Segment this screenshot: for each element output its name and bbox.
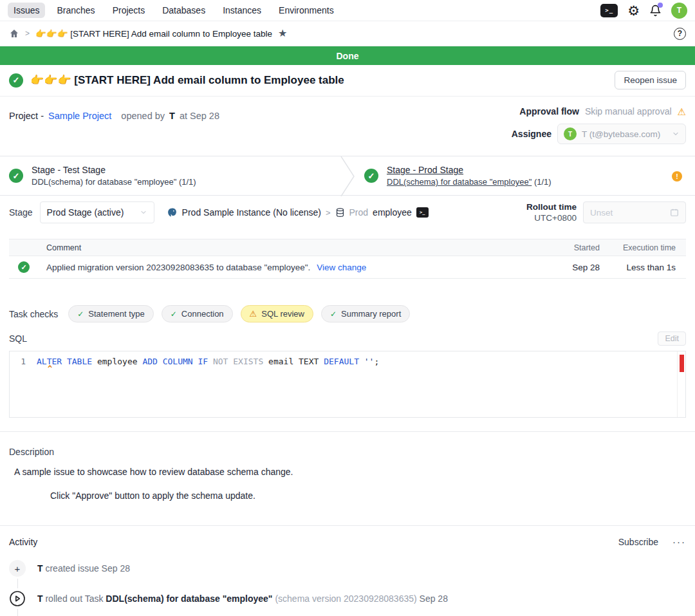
- project-line: Project - Sample Project opened by T at …: [9, 106, 219, 122]
- rollout-time-input[interactable]: Unset: [583, 201, 686, 223]
- activity-meta: (schema version 20230928083635): [275, 593, 416, 604]
- bell-icon[interactable]: [649, 5, 662, 17]
- stage-select[interactable]: Prod Stage (active): [40, 201, 154, 223]
- issue-done-icon: ✓: [9, 73, 23, 88]
- issue-meta-right: Approval flow Skip manual approval ⚠ Ass…: [512, 106, 686, 144]
- stage-prod-title[interactable]: Stage - Prod Stage: [387, 165, 551, 175]
- approval-flow-label: Approval flow: [519, 106, 579, 117]
- assignee-label: Assignee: [512, 129, 551, 139]
- approval-flow-row: Approval flow Skip manual approval ⚠: [519, 106, 686, 117]
- stage-toolbar: Stage Prod Stage (active) Prod Sample In…: [0, 196, 695, 229]
- nav-item-environments[interactable]: Environments: [273, 3, 340, 18]
- check-label: Connection: [181, 309, 224, 319]
- activity-heading: Activity: [9, 537, 37, 547]
- nav-item-instances[interactable]: Instances: [217, 3, 267, 18]
- gear-icon[interactable]: ⚙: [627, 4, 640, 17]
- issue-title-row: ✓ 👉👉👉 [START HERE] Add email column to E…: [0, 65, 695, 97]
- status-banner-text: Done: [337, 51, 359, 61]
- stage-alert-icon[interactable]: !: [672, 171, 682, 182]
- row-success-icon: ✓: [18, 261, 30, 273]
- stage-band: ✓ Stage - Test Stage DDL(schema) for dat…: [0, 156, 695, 196]
- stage-select-value: Prod Stage (active): [47, 207, 124, 218]
- opened-by-suffix: at Sep 28: [180, 111, 219, 121]
- line-number: 1: [10, 357, 37, 366]
- subscribe-button[interactable]: Subscribe: [618, 537, 658, 547]
- check-pass-icon: ✓: [77, 310, 84, 319]
- breadcrumb-title[interactable]: 👉👉👉 [START HERE] Add email column to Emp…: [35, 28, 272, 39]
- nav-item-projects[interactable]: Projects: [107, 3, 151, 18]
- row-started: Sep 28: [564, 263, 600, 272]
- home-icon[interactable]: [9, 28, 19, 39]
- star-icon[interactable]: ★: [278, 28, 287, 39]
- view-change-link[interactable]: View change: [317, 263, 366, 272]
- open-sql-editor-icon[interactable]: >_: [416, 207, 429, 218]
- activity-date: Sep 28: [420, 593, 448, 604]
- approval-warning-icon[interactable]: ⚠: [678, 107, 686, 117]
- opened-by-user: T: [169, 111, 175, 121]
- check-pass-icon: ✓: [330, 310, 337, 319]
- reopen-issue-button[interactable]: Reopen issue: [615, 71, 686, 89]
- description-line-2: Click "Approve" button to apply the sche…: [50, 490, 686, 501]
- help-icon[interactable]: ?: [674, 28, 686, 40]
- activity-user: T: [37, 563, 43, 574]
- sql-editor[interactable]: 1 ALTER TABLE employee ADD COLUMN IF NOT…: [9, 351, 686, 418]
- activity-user: T: [37, 593, 43, 604]
- description-line-1: A sample issue to showcase how to review…: [14, 467, 686, 477]
- sql-section-header: SQL Edit: [0, 331, 695, 346]
- stage-prod-subtitle-link[interactable]: DDL(schema) for database "employee": [387, 177, 532, 187]
- activity-action: rolled out Task: [45, 593, 103, 604]
- sql-edit-button[interactable]: Edit: [658, 331, 686, 346]
- check-summary-report[interactable]: ✓ Summary report: [321, 305, 410, 322]
- database-environment: Prod: [349, 207, 369, 218]
- user-avatar[interactable]: T: [671, 3, 687, 19]
- stage-separator-chevron: [340, 156, 355, 195]
- header-execution-time: Execution time: [611, 243, 676, 252]
- issue-title: 👉👉👉 [START HERE] Add email column to Emp…: [30, 73, 344, 87]
- check-connection[interactable]: ✓ Connection: [162, 305, 233, 322]
- stage-prod[interactable]: ✓ Stage - Prod Stage DDL(schema) for dat…: [355, 156, 695, 195]
- check-label: Statement type: [88, 309, 144, 319]
- table-row[interactable]: ✓ Applied migration version 202309280836…: [9, 256, 686, 279]
- task-run-table: Comment Started Execution time ✓ Applied…: [9, 239, 686, 279]
- editor-scrollbar[interactable]: [677, 351, 685, 417]
- activity-section: Activity Subscribe ··· + T created issue…: [0, 526, 695, 616]
- assignee-value: T (t@bytebase.com): [582, 129, 667, 139]
- postgres-icon: [167, 207, 178, 218]
- task-checks: Task checks ✓ Statement type ✓ Connectio…: [0, 305, 695, 322]
- list-item: T rolled out Task DDL(schema) for databa…: [9, 590, 686, 607]
- approval-flow-value: Skip manual approval: [585, 106, 672, 117]
- check-pass-icon: ✓: [171, 310, 177, 319]
- row-comment: Applied migration version 20230928083635…: [46, 263, 310, 272]
- check-sql-review[interactable]: ⚠ SQL review: [241, 305, 313, 322]
- instance-name[interactable]: Prod Sample Instance (No license): [182, 207, 321, 218]
- project-link[interactable]: Sample Project: [48, 111, 111, 121]
- database-name[interactable]: employee: [373, 207, 412, 218]
- more-menu-icon[interactable]: ···: [672, 536, 686, 547]
- check-statement-type[interactable]: ✓ Statement type: [68, 305, 154, 322]
- breadcrumb: > 👉👉👉 [START HERE] Add email column to E…: [0, 21, 695, 46]
- sql-code-tokens: ALTER TABLE employee ADD COLUMN IF NOT E…: [37, 357, 379, 366]
- activity-task: DDL(schema) for database "employee": [106, 593, 272, 604]
- database-icon: [335, 207, 345, 218]
- nav-item-issues[interactable]: Issues: [8, 3, 45, 18]
- nav-items: Issues Branches Projects Databases Insta…: [8, 3, 340, 18]
- nav-item-databases[interactable]: Databases: [156, 3, 211, 18]
- assignee-select[interactable]: T T (t@bytebase.com): [557, 124, 686, 144]
- task-checks-label: Task checks: [9, 309, 58, 319]
- task-run-table-header: Comment Started Execution time: [9, 239, 686, 256]
- rollout-timezone: UTC+0800: [534, 213, 577, 223]
- sql-editor-icon[interactable]: >_: [600, 4, 618, 17]
- stage-test[interactable]: ✓ Stage - Test Stage DDL(schema) for dat…: [0, 156, 340, 195]
- top-nav: Issues Branches Projects Databases Insta…: [0, 0, 695, 21]
- status-banner: Done: [0, 46, 695, 65]
- nav-item-branches[interactable]: Branches: [51, 3, 100, 18]
- description-label: Description: [9, 447, 686, 457]
- description-section: Description A sample issue to showcase h…: [0, 432, 695, 501]
- rollout-time-label: Rollout time: [526, 202, 577, 212]
- stage-test-subtitle: DDL(schema) for database "employee" (1/1…: [32, 177, 196, 187]
- timeline-connector: [17, 609, 18, 616]
- path-separator: >: [326, 208, 331, 218]
- stage-prod-subtitle-count: (1/1): [534, 177, 551, 187]
- project-label: Project -: [9, 111, 44, 121]
- header-comment: Comment: [46, 243, 564, 252]
